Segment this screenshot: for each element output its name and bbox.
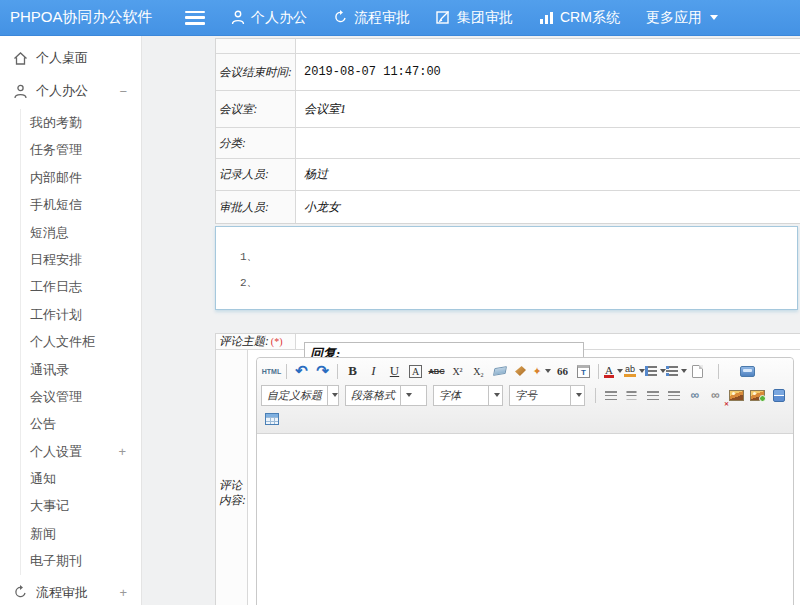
field-value xyxy=(296,128,800,158)
app-title: PHPOA协同办公软件 xyxy=(0,8,185,27)
bold-button[interactable]: B xyxy=(342,361,363,381)
blockquote-button[interactable]: 66 xyxy=(552,361,573,381)
highlight-color-button[interactable]: ab xyxy=(624,361,645,381)
comment-content-row: 评论内容: HTML ↶ ↷ B I U xyxy=(216,350,800,605)
sidebar-item-notices[interactable]: 通知 xyxy=(21,465,141,492)
italic-button[interactable]: I xyxy=(363,361,384,381)
font-border-button[interactable]: A xyxy=(409,365,422,378)
minutes-line: 1、 xyxy=(240,249,797,275)
align-center-icon xyxy=(626,391,638,400)
collapse-icon[interactable]: − xyxy=(119,84,127,99)
align-right-icon xyxy=(647,391,659,400)
unordered-list-button[interactable] xyxy=(666,361,687,381)
caret-down-icon xyxy=(710,15,718,20)
sidebar-item-announcements[interactable]: 公告 xyxy=(21,410,141,437)
sidebar-item-desktop[interactable]: 个人桌面 xyxy=(0,43,141,73)
screenshot-button[interactable] xyxy=(747,385,768,405)
undo-button[interactable]: ↶ xyxy=(291,361,312,381)
paste-word-button[interactable]: T xyxy=(573,361,594,381)
preview-button[interactable] xyxy=(737,361,758,381)
table-row-meeting-room: 会议室: 会议室1 xyxy=(216,91,800,128)
sidebar-item-file-cabinet[interactable]: 个人文件柜 xyxy=(21,328,141,355)
expand-icon[interactable]: + xyxy=(118,438,126,465)
field-label: 会议结束时间: xyxy=(216,54,296,90)
paragraph-format-dropdown[interactable]: 段落格式 xyxy=(345,385,427,406)
remove-link-button[interactable]: ∞ xyxy=(705,385,726,405)
flow-icon xyxy=(13,585,28,600)
toolbar-row-2: 自定义标题 段落格式 字体 xyxy=(261,384,789,406)
field-label: 会议室: xyxy=(216,91,296,127)
superscript-button[interactable]: X² xyxy=(447,361,468,381)
sidebar-item-work-plan[interactable]: 工作计划 xyxy=(21,301,141,328)
align-center-button[interactable] xyxy=(621,385,642,405)
underline-button[interactable]: U xyxy=(384,361,405,381)
new-page-button[interactable] xyxy=(687,361,708,381)
toolbar-row-3 xyxy=(261,408,789,430)
menu-toggle-icon[interactable] xyxy=(185,11,205,25)
blank-page-icon xyxy=(692,365,703,378)
sidebar-item-tasks[interactable]: 任务管理 xyxy=(21,136,141,163)
field-label: 分类: xyxy=(216,128,296,158)
auto-typeset-button[interactable]: ✦ xyxy=(531,361,552,381)
eraser-button[interactable] xyxy=(489,361,510,381)
clipboard-icon: T xyxy=(577,365,590,378)
sparkle-icon: ✦ xyxy=(532,365,541,378)
source-code-button[interactable]: HTML xyxy=(261,361,282,381)
sidebar-item-contacts[interactable]: 通讯录 xyxy=(21,356,141,383)
caret-down-icon xyxy=(406,393,412,397)
sidebar-item-memorabilia[interactable]: 大事记 xyxy=(21,492,141,519)
caret-down-icon xyxy=(576,393,582,397)
insert-table-button[interactable] xyxy=(261,409,282,429)
sidebar-item-schedule[interactable]: 日程安排 xyxy=(21,246,141,273)
table-row-clipped xyxy=(216,39,800,54)
caret-down-icon xyxy=(494,393,500,397)
justify-button[interactable] xyxy=(663,385,684,405)
subscript-button[interactable]: X₂ xyxy=(468,361,489,381)
nav-crm-system[interactable]: CRM系统 xyxy=(539,9,620,27)
broom-icon xyxy=(515,366,526,376)
sidebar-item-internal-mail[interactable]: 内部邮件 xyxy=(21,164,141,191)
insert-media-button[interactable] xyxy=(768,385,789,405)
editor-content-area[interactable] xyxy=(257,434,793,605)
font-size-dropdown[interactable]: 字号 xyxy=(509,385,585,406)
main-content: 会议结束时间: 2019-08-07 11:47:00 会议室: 会议室1 分类… xyxy=(143,36,800,605)
redo-button[interactable]: ↷ xyxy=(312,361,333,381)
image-icon xyxy=(729,390,744,401)
nav-group-approval[interactable]: 集团审批 xyxy=(436,9,513,27)
align-right-button[interactable] xyxy=(642,385,663,405)
sidebar-section-personal-office[interactable]: 个人办公 − xyxy=(0,73,141,109)
insert-link-button[interactable]: ∞ xyxy=(684,385,705,405)
field-value: 杨过 xyxy=(296,159,800,190)
remove-format-button[interactable] xyxy=(510,361,531,381)
edit-icon xyxy=(436,10,451,25)
expand-icon[interactable]: + xyxy=(119,585,127,600)
sidebar-item-ejournal[interactable]: 电子期刊 xyxy=(21,547,141,574)
sidebar-item-attendance[interactable]: 我的考勤 xyxy=(21,109,141,136)
field-value: 小龙女 xyxy=(296,191,800,223)
justify-icon xyxy=(668,391,680,400)
nav-personal-office[interactable]: 个人办公 xyxy=(231,9,307,27)
sidebar-item-sms[interactable]: 手机短信 xyxy=(21,191,141,218)
sidebar-item-personal-settings[interactable]: 个人设置+ xyxy=(21,438,141,465)
sidebar-item-work-log[interactable]: 工作日志 xyxy=(21,273,141,300)
heading-dropdown[interactable]: 自定义标题 xyxy=(261,385,339,406)
required-mark: (*) xyxy=(271,336,283,347)
sidebar-item-short-message[interactable]: 短消息 xyxy=(21,219,141,246)
table-icon xyxy=(265,413,279,425)
table-row-approver: 审批人员: 小龙女 xyxy=(216,191,800,223)
sidebar-item-news[interactable]: 新闻 xyxy=(21,520,141,547)
field-label: 审批人员: xyxy=(216,191,296,223)
strikethrough-button[interactable]: ABC xyxy=(426,361,447,381)
nav-workflow-approval[interactable]: 流程审批 xyxy=(333,9,410,27)
sidebar-section-workflow[interactable]: 流程审批 + xyxy=(0,575,141,605)
sidebar-item-meetings[interactable]: 会议管理 xyxy=(21,383,141,410)
ordered-list-button[interactable] xyxy=(645,361,666,381)
insert-image-button[interactable] xyxy=(726,385,747,405)
editor-toolbar: HTML ↶ ↷ B I U A ABC X² X₂ xyxy=(257,358,793,434)
top-navigation: 个人办公 流程审批 集团审批 CRM系统 更多应用 xyxy=(231,9,718,27)
nav-more-apps[interactable]: 更多应用 xyxy=(646,9,718,27)
font-color-button[interactable]: A xyxy=(603,361,624,381)
font-family-dropdown[interactable]: 字体 xyxy=(433,385,503,406)
toolbar-row-1: HTML ↶ ↷ B I U A ABC X² X₂ xyxy=(261,360,789,382)
align-left-button[interactable] xyxy=(600,385,621,405)
